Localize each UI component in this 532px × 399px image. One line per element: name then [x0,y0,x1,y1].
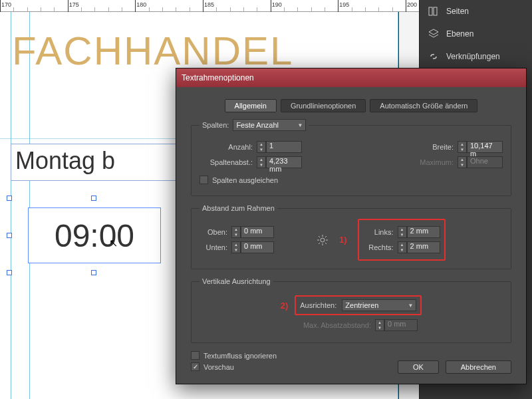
unten-label: Unten: [200,243,227,251]
svg-line-8 [319,236,320,237]
highlight-box-2: Ausrichten: Zentrieren▼ [295,295,422,315]
unten-input[interactable]: 0 mm [241,241,274,253]
panel-item-ebenen[interactable]: Ebenen [420,23,532,45]
unten-spinner[interactable]: ▲▼ [231,241,241,253]
rechts-input[interactable]: 2 mm [407,241,440,253]
oben-label: Oben: [200,228,227,236]
spaltenabst-spinner[interactable]: ▲▼ [257,156,266,168]
ausrichten-label: Ausrichten: [300,301,336,309]
pages-icon [428,5,440,17]
link-values-icon[interactable] [317,234,329,246]
rechts-spinner[interactable]: ▲▼ [398,241,407,253]
dialog-tabs: Allgemein Grundlinienoptionen Automatisc… [191,99,511,112]
selection-bounds [9,198,178,273]
panel-label: Seiten [446,7,469,16]
maximum-label: Maximum: [407,158,454,166]
layers-icon [428,28,440,40]
fieldset-abstand: Abstand zum Rahmen Oben: ▲▼0 mm Unten: ▲… [191,204,511,269]
fieldset-spalten: Spalten: Feste Anzahl▼ Anzahl: ▲▼1 Spalt… [191,119,511,196]
tab-allgemein[interactable]: Allgemein [225,99,277,112]
dialog-title: Textrahmenoptionen [182,73,254,82]
spaltenabst-input[interactable]: 4,233 mm [266,156,302,168]
max-absatz-spinner: ▲▼ [375,319,384,331]
breite-input[interactable]: 10,147 m [467,141,503,153]
ok-button[interactable]: OK [398,360,439,374]
maximum-input: Ohne [467,156,503,168]
horizontal-ruler: 170175180185190195200 [0,0,419,12]
vertikal-legend: Vertikale Ausrichtung [200,277,273,285]
breite-label: Breite: [407,143,454,151]
dialog-titlebar[interactable]: Textrahmenoptionen [176,68,526,87]
anzahl-spinner[interactable]: ▲▼ [257,141,266,153]
highlight-box-1: Links: ▲▼2 mm Rechts: ▲▼2 mm [358,219,446,261]
abstand-legend: Abstand zum Rahmen [200,204,277,212]
spalten-legend: Spalten: [202,121,229,129]
textumfluss-label: Textumfluss ignorieren [203,352,277,360]
headline-text: FACHHANDEL [12,28,293,74]
text-frame-1[interactable]: Montag b [11,144,177,181]
svg-line-11 [325,236,327,237]
vorschau-label: Vorschau [203,363,234,371]
svg-marker-2 [429,29,438,35]
anzahl-input[interactable]: 1 [266,141,302,153]
anzahl-label: Anzahl: [200,143,253,151]
panel-item-verknuepfungen[interactable]: Verknüpfungen [420,45,532,68]
panel-label: Ebenen [446,29,473,39]
links-input[interactable]: 2 mm [407,226,440,238]
panel-label: Verknüpfungen [446,52,500,61]
rechts-label: Rechts: [363,243,394,251]
panel-item-seiten[interactable]: Seiten [420,0,532,23]
max-absatz-input: 0 mm [384,319,418,331]
tab-grundlinienoptionen[interactable]: Grundlinienoptionen [281,99,366,112]
fieldset-vertikal: Vertikale Ausrichtung 2) Ausrichten: Zen… [191,277,511,343]
svg-line-10 [319,243,320,244]
svg-rect-0 [429,7,432,15]
svg-point-3 [321,238,325,242]
svg-rect-1 [434,7,437,15]
links-spinner[interactable]: ▲▼ [398,226,407,238]
annotation-2: 2) [281,301,289,311]
maximum-spinner: ▲▼ [458,156,467,168]
oben-input[interactable]: 0 mm [241,226,274,238]
cancel-button[interactable]: Abbrechen [446,360,511,374]
spaltenabst-label: Spaltenabst.: [200,158,253,166]
tab-auto-groesse[interactable]: Automatisch Größe ändern [370,99,477,112]
breite-spinner[interactable]: ▲▼ [458,141,467,153]
annotation-1: 1) [339,235,347,245]
links-label: Links: [363,228,394,236]
spalten-ausgleichen-checkbox[interactable] [200,176,208,184]
links-icon [428,51,440,63]
oben-spinner[interactable]: ▲▼ [231,226,241,238]
spalten-type-select[interactable]: Feste Anzahl▼ [233,119,306,131]
svg-line-9 [325,243,327,244]
ausrichten-select[interactable]: Zentrieren▼ [342,299,416,311]
spalten-ausgleichen-label: Spalten ausgleichen [212,176,278,184]
vorschau-checkbox[interactable] [191,362,200,371]
text-frame-options-dialog: Textrahmenoptionen Allgemein Grundlinien… [176,68,527,384]
max-absatz-label: Max. Absatzabstand: [285,321,371,329]
